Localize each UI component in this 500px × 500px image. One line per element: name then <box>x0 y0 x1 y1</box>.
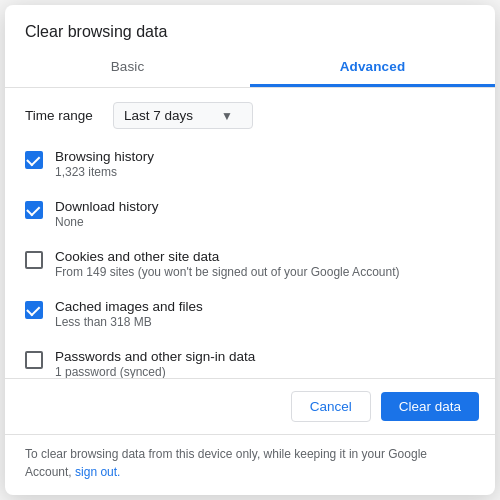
time-range-label: Time range <box>25 108 97 123</box>
item-title: Passwords and other sign-in data <box>55 349 475 364</box>
checkbox-download-history[interactable] <box>25 201 43 219</box>
checkbox-cookies[interactable] <box>25 251 43 269</box>
time-range-select[interactable]: Last 7 days ▼ <box>113 102 253 129</box>
clear-data-button[interactable]: Clear data <box>381 392 479 421</box>
tab-advanced[interactable]: Advanced <box>250 49 495 87</box>
list-item[interactable]: Passwords and other sign-in data 1 passw… <box>5 339 495 378</box>
dialog-title: Clear browsing data <box>5 5 495 49</box>
tab-basic[interactable]: Basic <box>5 49 250 87</box>
time-range-row: Time range Last 7 days ▼ <box>5 88 495 139</box>
item-desc: 1,323 items <box>55 165 475 179</box>
list-item[interactable]: Browsing history 1,323 items <box>5 139 495 189</box>
clear-browsing-data-dialog: Clear browsing data Basic Advanced Time … <box>5 5 495 495</box>
list-item[interactable]: Cached images and files Less than 318 MB <box>5 289 495 339</box>
item-desc: 1 password (synced) <box>55 365 475 378</box>
item-title: Cookies and other site data <box>55 249 475 264</box>
footer-buttons: Cancel Clear data <box>5 378 495 434</box>
footer-note: To clear browsing data from this device … <box>5 434 495 495</box>
item-desc: None <box>55 215 475 229</box>
chevron-down-icon: ▼ <box>221 109 233 123</box>
item-title: Download history <box>55 199 475 214</box>
sign-out-link[interactable]: sign out. <box>75 465 120 479</box>
item-title: Cached images and files <box>55 299 475 314</box>
cancel-button[interactable]: Cancel <box>291 391 371 422</box>
time-range-value: Last 7 days <box>124 108 193 123</box>
checkbox-passwords[interactable] <box>25 351 43 369</box>
list-item[interactable]: Cookies and other site data From 149 sit… <box>5 239 495 289</box>
content-area: Time range Last 7 days ▼ Browsing histor… <box>5 88 495 378</box>
tabs-bar: Basic Advanced <box>5 49 495 88</box>
checkbox-cached-images[interactable] <box>25 301 43 319</box>
item-title: Browsing history <box>55 149 475 164</box>
list-item[interactable]: Download history None <box>5 189 495 239</box>
item-desc: From 149 sites (you won't be signed out … <box>55 265 475 279</box>
item-desc: Less than 318 MB <box>55 315 475 329</box>
checkbox-browsing-history[interactable] <box>25 151 43 169</box>
